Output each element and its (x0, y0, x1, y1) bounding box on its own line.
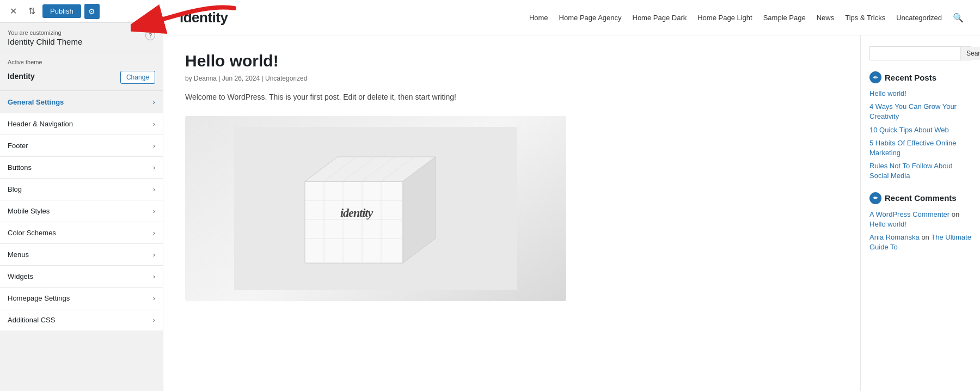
post-featured-image: identity (185, 116, 566, 301)
pencil-icon: ✏ (869, 192, 881, 204)
commenter-link[interactable]: A WordPress Commenter (869, 210, 950, 218)
recent-posts-title: ✏ Recent Posts (869, 71, 971, 83)
menu-item-label: Footer (8, 142, 28, 150)
nav-link-home-page-dark[interactable]: Home Page Dark (633, 14, 687, 22)
post-meta: by Deanna | Jun 26, 2024 | Uncategorized (185, 75, 838, 82)
menu-item-header-navigation[interactable]: Header & Navigation › (0, 113, 163, 135)
recent-post-link[interactable]: Rules Not To Follow About Social Media (869, 161, 971, 181)
menu-item-label: Blog (8, 185, 22, 193)
customizer-panel: ✕ ⇅ Publish ⚙ You are customizing Identi… (0, 0, 163, 391)
top-bar: ✕ ⇅ Publish ⚙ (0, 0, 163, 23)
customizing-section: You are customizing Identity Child Theme… (0, 23, 163, 52)
menu-item-footer[interactable]: Footer › (0, 135, 163, 157)
menu-item-menus[interactable]: Menus › (0, 244, 163, 266)
nav-link-sample-page[interactable]: Sample Page (763, 14, 806, 22)
site-header: identity Home Home Page Agency Home Page… (163, 0, 980, 35)
chevron-right-icon: › (153, 120, 155, 128)
nav-link-home[interactable]: Home (529, 14, 548, 22)
nav-link-home-page-agency[interactable]: Home Page Agency (559, 14, 622, 22)
change-theme-button[interactable]: Change (120, 71, 155, 84)
main-area: Hello world! by Deanna | Jun 26, 2024 | … (163, 35, 980, 391)
recent-post-link[interactable]: 10 Quick Tips About Web (869, 125, 971, 135)
active-theme-name: Identity (8, 72, 35, 81)
publish-button[interactable]: Publish (42, 4, 81, 18)
nav-link-news[interactable]: News (817, 14, 835, 22)
recent-posts-widget: ✏ Recent Posts Hello world! 4 Ways You C… (869, 71, 971, 181)
customizing-theme-name: Identity Child Theme (8, 37, 82, 46)
post-excerpt: Welcome to WordPress. This is your first… (185, 91, 838, 103)
menu-item-label: Homepage Settings (8, 294, 70, 302)
commenter-link[interactable]: Ania Romańska (869, 233, 920, 241)
menu-item-label: Color Schemes (8, 229, 56, 237)
site-logo: identity (180, 9, 228, 26)
svg-marker-2 (305, 181, 403, 263)
search-input[interactable] (870, 47, 960, 60)
active-theme-section: Active theme Identity Change (0, 52, 163, 91)
recent-post-link[interactable]: Hello world! (869, 89, 971, 99)
pencil-icon: ✏ (869, 71, 881, 83)
gear-button[interactable]: ⚙ (84, 4, 100, 19)
menu-item-label: Additional CSS (8, 316, 55, 324)
close-icon[interactable]: ✕ (5, 4, 21, 19)
recent-comments-widget: ✏ Recent Comments A WordPress Commenter … (869, 192, 971, 253)
menu-item-additional-css[interactable]: Additional CSS › (0, 309, 163, 331)
preview-area: identity Home Home Page Agency Home Page… (163, 0, 980, 391)
recent-post-link[interactable]: 5 Habits Of Effective Online Marketing (869, 138, 971, 158)
menu-item-label: Header & Navigation (8, 120, 73, 128)
nav-link-tips-tricks[interactable]: Tips & Tricks (845, 14, 885, 22)
menu-item-blog[interactable]: Blog › (0, 179, 163, 200)
chevron-right-icon: › (153, 163, 155, 172)
chevron-right-icon: › (153, 294, 155, 302)
recent-comments-title: ✏ Recent Comments (869, 192, 971, 204)
customizing-label: You are customizing (8, 29, 82, 36)
general-settings-label: General Settings (8, 98, 64, 106)
help-icon[interactable]: ? (145, 30, 155, 40)
chevron-right-icon: › (153, 142, 155, 150)
chevron-right-icon: › (153, 251, 155, 259)
nav-link-home-page-light[interactable]: Home Page Light (697, 14, 752, 22)
menu-item-general-settings[interactable]: General Settings › (0, 91, 163, 113)
recent-post-link[interactable]: 4 Ways You Can Grow Your Creativity (869, 102, 971, 121)
search-button[interactable]: Search (960, 47, 980, 60)
recent-comment-item: A WordPress Commenter on Hello world! (869, 210, 971, 229)
nav-link-uncategorized[interactable]: Uncategorized (896, 14, 942, 22)
post-content-area: Hello world! by Deanna | Jun 26, 2024 | … (163, 35, 860, 391)
search-icon[interactable]: 🔍 (953, 13, 964, 23)
menu-item-homepage-settings[interactable]: Homepage Settings › (0, 288, 163, 309)
menu-item-mobile-styles[interactable]: Mobile Styles › (0, 200, 163, 222)
chevron-right-icon: › (153, 229, 155, 237)
menu-item-label: Mobile Styles (8, 207, 50, 215)
gear-icon: ⚙ (88, 7, 95, 16)
chevron-right-icon: › (153, 185, 155, 193)
search-widget: Search (869, 46, 971, 60)
menu-item-label: Buttons (8, 163, 32, 172)
recent-comment-item: Ania Romańska on The Ultimate Guide To (869, 233, 971, 252)
menu-item-color-schemes[interactable]: Color Schemes › (0, 222, 163, 244)
menu-item-label: Menus (8, 251, 29, 259)
menu-item-label: Widgets (8, 272, 33, 280)
comment-post-link[interactable]: Hello world! (869, 220, 906, 228)
chevron-right-icon: › (152, 97, 155, 106)
menu-item-buttons[interactable]: Buttons › (0, 157, 163, 179)
post-title: Hello world! (185, 52, 838, 70)
svg-text:identity: identity (340, 206, 373, 219)
site-navigation: Home Home Page Agency Home Page Dark Hom… (529, 13, 964, 23)
drag-icon[interactable]: ⇅ (24, 4, 39, 19)
menu-item-widgets[interactable]: Widgets › (0, 266, 163, 288)
active-theme-label: Active theme (8, 59, 155, 65)
chevron-right-icon: › (153, 207, 155, 215)
chevron-right-icon: › (153, 272, 155, 280)
sidebar: Search ✏ Recent Posts Hello world! 4 Way… (860, 35, 980, 391)
chevron-right-icon: › (153, 316, 155, 324)
